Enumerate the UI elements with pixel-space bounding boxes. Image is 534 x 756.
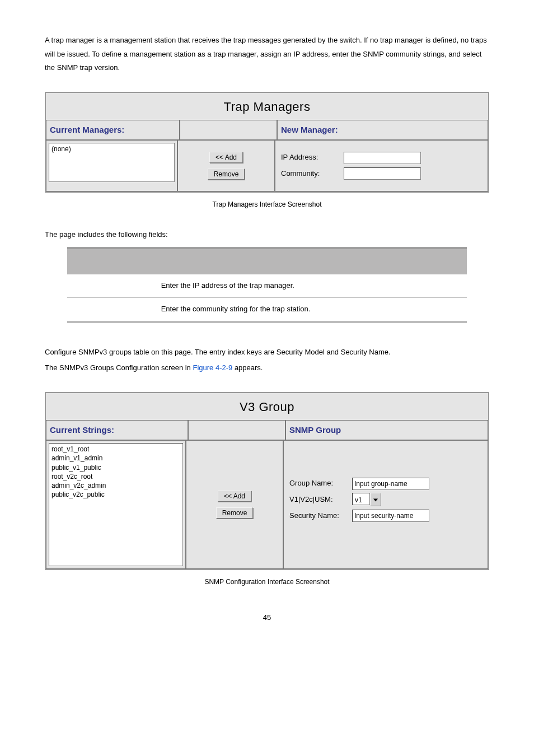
table-row: Enter the community string for the trap … (67, 297, 467, 321)
trap-managers-panel: Trap Managers Current Managers: New Mana… (45, 92, 489, 193)
usm-select-button[interactable] (370, 493, 381, 506)
v3-intro2: The SNMPv3 Groups Configuration screen i… (45, 361, 489, 375)
current-managers-header: Current Managers: (46, 120, 180, 141)
group-name-label: Group Name: (289, 477, 350, 491)
fields-intro: The page includes the following fields: (45, 228, 489, 242)
ip-address-label: IP Address: (281, 151, 341, 165)
security-name-label: Security Name: (289, 509, 350, 523)
fields-table: Enter the IP address of the trap manager… (67, 247, 467, 323)
list-item[interactable]: root_v2c_root (51, 472, 180, 481)
v3-intro1: Configure SNMPv3 groups table on this pa… (45, 346, 489, 360)
trap-mid-header (180, 120, 277, 141)
v3-group-panel: V3 Group Current Strings: SNMP Group roo… (45, 392, 489, 570)
ip-address-input[interactable] (344, 152, 421, 164)
new-manager-header: New Manager: (277, 120, 488, 141)
v3-intro2-a: The SNMPv3 Groups Configuration screen i… (45, 363, 193, 372)
group-name-input[interactable] (352, 478, 429, 490)
page-number: 45 (45, 611, 489, 625)
security-name-input[interactable] (352, 510, 429, 522)
trap-managers-title: Trap Managers (46, 93, 488, 120)
list-item[interactable]: public_v2c_public (51, 490, 180, 499)
list-item[interactable]: admin_v1_admin (51, 454, 180, 463)
v3-mid-header (188, 420, 285, 441)
chevron-down-icon (373, 493, 378, 507)
trap-caption: Trap Managers Interface Screenshot (45, 198, 489, 211)
usm-label: V1|V2c|USM: (289, 493, 350, 507)
field-desc: Enter the community string for the trap … (158, 297, 467, 321)
table-row: Enter the IP address of the trap manager… (67, 274, 467, 298)
v3-caption: SNMP Configuration Interface Screenshot (45, 576, 489, 589)
remove-button[interactable]: Remove (216, 507, 254, 519)
figure-link[interactable]: Figure 4-2-9 (193, 363, 232, 372)
current-strings-header: Current Strings: (46, 420, 188, 441)
usm-select-value: v1 (352, 493, 370, 505)
remove-button[interactable]: Remove (208, 169, 245, 180)
add-button[interactable]: << Add (209, 152, 243, 163)
list-item[interactable]: (none) (51, 144, 172, 153)
list-item[interactable]: root_v1_root (51, 445, 180, 454)
field-desc: Enter the IP address of the trap manager… (158, 274, 467, 298)
v3-group-title: V3 Group (46, 393, 488, 420)
list-item[interactable]: admin_v2c_admin (51, 481, 180, 490)
v3-intro2-b: appears. (232, 363, 263, 372)
community-label: Community: (281, 167, 341, 181)
current-managers-list[interactable]: (none) (49, 143, 175, 182)
list-item[interactable]: public_v1_public (51, 463, 180, 472)
intro-paragraph: A trap manager is a management station t… (45, 34, 489, 75)
svg-marker-0 (373, 499, 378, 502)
community-input[interactable] (344, 167, 421, 180)
snmp-group-header: SNMP Group (285, 420, 488, 441)
current-strings-list[interactable]: root_v1_root admin_v1_admin public_v1_pu… (49, 443, 183, 566)
add-button[interactable]: << Add (218, 491, 251, 502)
